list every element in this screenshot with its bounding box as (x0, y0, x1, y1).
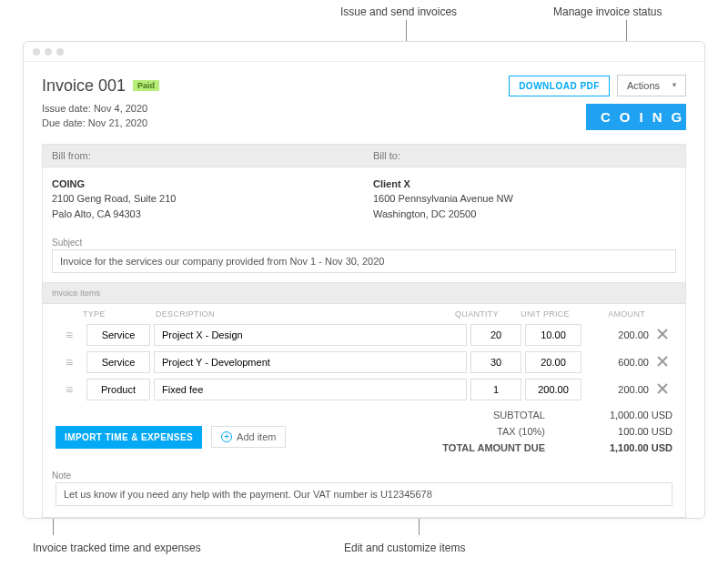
app-window: Invoice 001 Paid DOWNLOAD PDF Actions Is… (23, 41, 705, 519)
actions-dropdown[interactable]: Actions (617, 75, 686, 96)
item-quantity-input[interactable] (470, 324, 521, 346)
close-icon (657, 329, 668, 339)
bill-to-body: Client X 1600 Pennsylvania Avenue NW Was… (364, 167, 685, 233)
drag-handle-icon[interactable]: ≡ (56, 328, 83, 342)
close-icon (657, 356, 668, 367)
note-input[interactable] (56, 482, 672, 506)
item-quantity-input[interactable] (470, 351, 521, 373)
subtotal-label: SUBTOTAL (409, 410, 545, 420)
subtotal-value: 1,000.00 USD (572, 410, 672, 420)
item-description-input[interactable] (154, 324, 467, 346)
delete-item-button[interactable] (652, 355, 672, 370)
item-amount: 200.00 (585, 384, 649, 395)
invoice-title: Invoice 001 (42, 76, 126, 96)
item-type-input[interactable] (86, 324, 150, 346)
item-amount: 600.00 (585, 357, 649, 368)
close-icon (657, 383, 668, 394)
brand-logo: COING (586, 104, 686, 130)
item-type-input[interactable] (86, 351, 150, 373)
invoice-items-header: Invoice Items (43, 282, 685, 304)
annotation-edit-items: Edit and customize items (344, 542, 465, 554)
invoice-panel: Bill from: Bill to: COING 2100 Geng Road… (42, 144, 686, 519)
invoice-line-item: ≡ 200.00 (43, 321, 685, 349)
item-quantity-input[interactable] (470, 379, 521, 400)
add-item-label: Add item (237, 431, 276, 442)
subject-label: Subject (43, 232, 685, 249)
total-due-label: TOTAL AMOUNT DUE (409, 442, 545, 453)
items-column-headers: TYPE DESCRIPTION QUANTITY UNIT PRICE AMO… (43, 304, 685, 321)
drag-handle-icon[interactable]: ≡ (56, 382, 83, 397)
annotation-manage-status: Manage invoice status (553, 5, 662, 18)
item-unit-price-input[interactable] (525, 379, 581, 400)
annotation-issue-send: Issue and send invoices (340, 5, 457, 18)
tax-value: 100.00 USD (572, 426, 672, 437)
annotation-invoice-tracked: Invoice tracked time and expenses (33, 542, 201, 554)
bill-to-header: Bill to: (364, 145, 685, 167)
invoice-line-item: ≡ 600.00 (43, 349, 685, 376)
import-time-expenses-button[interactable]: IMPORT TIME & EXPENSES (56, 426, 202, 449)
invoice-line-item: ≡ 200.00 (43, 376, 685, 403)
download-pdf-button[interactable]: DOWNLOAD PDF (509, 76, 610, 96)
traffic-light-dot (45, 48, 52, 56)
traffic-light-dot (56, 48, 64, 56)
item-type-input[interactable] (86, 379, 150, 400)
item-amount: 200.00 (585, 329, 649, 340)
bill-from-body: COING 2100 Geng Road, Suite 210 Palo Alt… (43, 167, 364, 233)
subject-input[interactable] (52, 249, 676, 273)
total-due-value: 1,100.00 USD (572, 442, 672, 453)
item-unit-price-input[interactable] (525, 351, 581, 373)
drag-handle-icon[interactable]: ≡ (56, 355, 83, 370)
item-unit-price-input[interactable] (525, 324, 581, 346)
delete-item-button[interactable] (652, 328, 672, 342)
item-description-input[interactable] (154, 351, 467, 373)
note-label: Note (43, 465, 685, 482)
tax-label: TAX (10%) (409, 426, 545, 437)
add-item-button[interactable]: + Add item (211, 426, 286, 448)
bill-from-header: Bill from: (43, 145, 364, 167)
item-description-input[interactable] (154, 379, 467, 400)
plus-icon: + (221, 431, 232, 442)
delete-item-button[interactable] (652, 382, 672, 397)
window-titlebar (24, 42, 704, 62)
invoice-dates: Issue date: Nov 4, 2020 Due date: Nov 21… (42, 102, 147, 131)
traffic-light-dot (33, 48, 40, 56)
status-badge: Paid (133, 80, 159, 91)
